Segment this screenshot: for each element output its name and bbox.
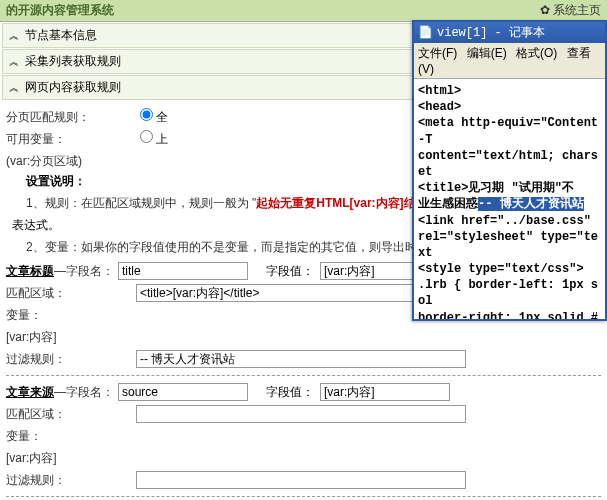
article-source-filter-input[interactable] xyxy=(136,471,466,489)
var-content: [var:内容] xyxy=(6,450,136,467)
notepad-title-text: view[1] - 记事本 xyxy=(437,24,545,41)
notepad-icon: 📄 xyxy=(418,25,433,40)
chevron-icon: ︽ xyxy=(9,55,19,69)
menu-edit[interactable]: 编辑(E) xyxy=(467,46,507,60)
filter-label: 过滤规则： xyxy=(6,351,136,368)
var-label: 变量： xyxy=(6,428,136,445)
field-value-label: 字段值： xyxy=(254,263,314,280)
var-content: [var:内容] xyxy=(6,329,136,346)
menu-file[interactable]: 文件(F) xyxy=(418,46,457,60)
paging-rule-label: 分页匹配规则： xyxy=(6,109,136,126)
menu-format[interactable]: 格式(O) xyxy=(516,46,557,60)
notepad-titlebar[interactable]: 📄 view[1] - 记事本 xyxy=(414,22,605,43)
var-label: 变量： xyxy=(6,307,136,324)
radio-all[interactable]: 全 xyxy=(140,110,168,124)
app-title: 的开源内容管理系统 xyxy=(6,2,114,19)
notepad-window[interactable]: 📄 view[1] - 记事本 文件(F) 编辑(E) 格式(O) 查看(V) … xyxy=(412,20,607,321)
article-source-label: 文章来源 xyxy=(6,384,54,401)
vars-label: 可用变量： xyxy=(6,131,136,148)
home-link[interactable]: ✿ 系统主页 xyxy=(540,2,601,19)
notepad-body[interactable]: <html> <head> <meta http-equiv="Content-… xyxy=(414,79,605,319)
article-source-match-input[interactable] xyxy=(136,405,466,423)
match-area-label: 匹配区域： xyxy=(6,406,136,423)
chevron-icon: ︽ xyxy=(9,81,19,95)
article-source-value-input[interactable] xyxy=(320,383,450,401)
radio-prev[interactable]: 上 xyxy=(140,132,168,146)
notepad-menu: 文件(F) 编辑(E) 格式(O) 查看(V) xyxy=(414,43,605,79)
article-title-filter-input[interactable] xyxy=(136,350,466,368)
article-title-name-input[interactable] xyxy=(118,262,248,280)
notepad-selection: -- 博天人才资讯站 xyxy=(478,197,584,211)
vars-value: (var:分页区域) xyxy=(6,153,136,170)
field-value-label: 字段值： xyxy=(254,384,314,401)
article-title-label: 文章标题 xyxy=(6,263,54,280)
match-area-label: 匹配区域： xyxy=(6,285,136,302)
filter-label: 过滤规则： xyxy=(6,472,136,489)
chevron-icon: ︽ xyxy=(9,29,19,43)
article-source-name-input[interactable] xyxy=(118,383,248,401)
